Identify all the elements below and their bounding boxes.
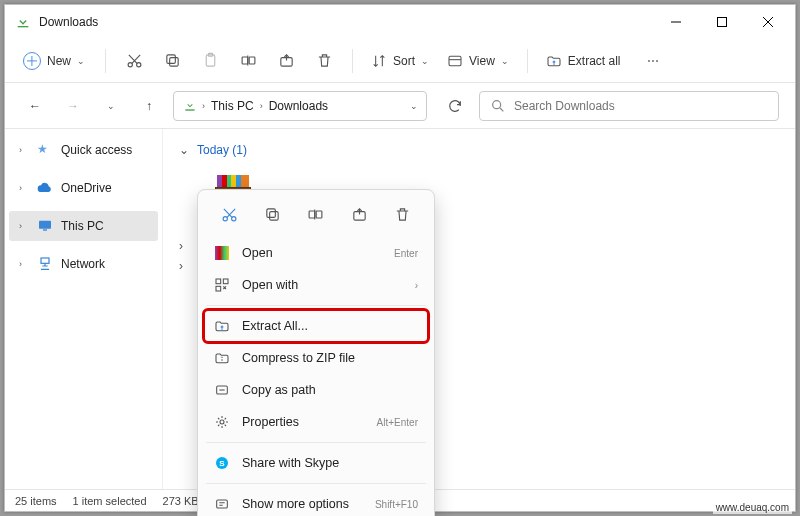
chevron-down-icon[interactable]: ⌄ [410,101,418,111]
ctx-item-hint: Shift+F10 [375,499,418,510]
new-button[interactable]: New ⌄ [13,48,95,74]
plus-circle-icon [23,52,41,70]
status-size: 273 KB [163,495,199,507]
svg-rect-8 [249,57,255,64]
separator [352,49,353,73]
ctx-item-hint: Enter [394,248,418,259]
winrar-icon [214,245,230,261]
sidebar-item-label: This PC [61,219,104,233]
ctx-extract-all[interactable]: Extract All... [204,310,428,342]
svg-rect-14 [41,258,49,263]
ctx-skype[interactable]: S Share with Skype [204,447,428,479]
maximize-button[interactable] [699,6,745,38]
copy-path-icon [214,382,230,398]
svg-text:S: S [219,459,225,468]
close-button[interactable] [745,6,791,38]
svg-point-26 [220,420,224,424]
breadcrumb-thispc[interactable]: This PC [209,99,256,113]
separator [206,483,426,484]
chevron-right-icon: › [19,259,29,269]
monitor-icon [37,218,53,234]
ctx-copy-path[interactable]: Copy as path [204,374,428,406]
refresh-button[interactable] [441,92,469,120]
chevron-right-icon: › [260,101,263,111]
ctx-item-label: Compress to ZIP file [242,351,418,365]
forward-button[interactable]: → [59,92,87,120]
sort-button[interactable]: Sort ⌄ [363,49,437,73]
svg-rect-20 [317,210,323,217]
search-box[interactable] [479,91,779,121]
share-button[interactable] [268,43,304,79]
properties-icon [214,414,230,430]
svg-rect-29 [217,500,228,508]
status-item-count: 25 items [15,495,57,507]
ctx-item-label: Properties [242,415,365,429]
search-input[interactable] [514,99,768,113]
group-label: Today (1) [197,143,247,157]
view-label: View [469,54,495,68]
up-button[interactable]: ↑ [135,92,163,120]
ctx-delete-button[interactable] [386,200,418,228]
search-icon [490,98,506,114]
ctx-copy-button[interactable] [257,200,289,228]
ctx-open-with[interactable]: Open with › [204,269,428,301]
ctx-open[interactable]: Open Enter [204,237,428,269]
view-button[interactable]: View ⌄ [439,49,517,73]
chevron-right-icon: › [19,145,29,155]
sidebar-item-thispc[interactable]: › This PC [9,211,158,241]
ctx-properties[interactable]: Properties Alt+Enter [204,406,428,438]
rename-button[interactable] [230,43,266,79]
chevron-down-icon: ⌄ [501,56,509,66]
command-bar: New ⌄ Sort ⌄ View ⌄ Extract all ⋯ [5,39,795,83]
extract-all-button[interactable]: Extract all [538,49,629,73]
delete-button[interactable] [306,43,342,79]
explorer-window: Downloads New ⌄ Sort ⌄ View ⌄ [4,4,796,512]
recent-locations-button[interactable]: ⌄ [97,92,125,120]
svg-rect-12 [39,221,51,229]
svg-rect-10 [449,56,461,65]
minimize-button[interactable] [653,6,699,38]
address-bar-row: ← → ⌄ ↑ › This PC › Downloads ⌄ [5,83,795,129]
ctx-rename-button[interactable] [300,200,332,228]
cut-button[interactable] [116,43,152,79]
titlebar: Downloads [5,5,795,39]
back-button[interactable]: ← [21,92,49,120]
sidebar-item-onedrive[interactable]: › OneDrive [5,173,162,203]
svg-rect-13 [43,229,47,230]
svg-point-2 [136,63,140,67]
ctx-cut-button[interactable] [214,200,246,228]
sidebar-item-quick-access[interactable]: › ★ Quick access [5,135,162,165]
navigation-pane: › ★ Quick access › OneDrive › This PC › … [5,129,163,489]
extract-all-icon [214,318,230,334]
svg-point-11 [493,100,501,108]
svg-rect-7 [242,57,248,64]
address-bar[interactable]: › This PC › Downloads ⌄ [173,91,427,121]
svg-rect-19 [310,210,316,217]
sidebar-item-label: Quick access [61,143,132,157]
paste-button[interactable] [192,43,228,79]
group-today[interactable]: ⌄ Today (1) [179,143,779,157]
ctx-show-more[interactable]: Show more options Shift+F10 [204,488,428,516]
separator [105,49,106,73]
svg-point-15 [223,216,227,220]
open-with-icon [214,277,230,293]
breadcrumb-downloads[interactable]: Downloads [267,99,330,113]
ctx-compress[interactable]: Compress to ZIP file [204,342,428,374]
star-icon: ★ [37,142,53,158]
sort-icon [371,53,387,69]
more-button[interactable]: ⋯ [635,43,671,79]
sidebar-item-network[interactable]: › Network [5,249,162,279]
svg-rect-0 [718,18,727,27]
ctx-share-button[interactable] [343,200,375,228]
chevron-right-icon: › [415,280,418,291]
window-title: Downloads [39,15,98,29]
svg-rect-23 [223,279,228,284]
ctx-item-label: Share with Skype [242,456,418,470]
ctx-item-label: Open with [242,278,403,292]
context-menu-toolbar [204,196,428,237]
context-menu: Open Enter Open with › Extract All... Co… [197,189,435,516]
more-options-icon [214,496,230,512]
svg-rect-24 [216,286,221,291]
copy-button[interactable] [154,43,190,79]
svg-rect-3 [169,58,178,66]
